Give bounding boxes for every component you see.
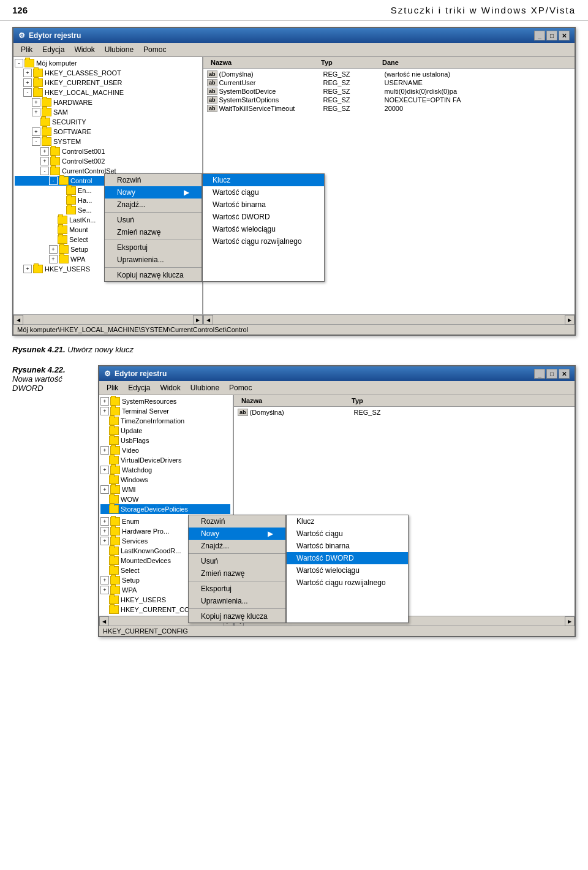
tree-item-wow[interactable]: WOW	[100, 494, 230, 504]
expand-hkusers[interactable]: +	[23, 265, 32, 273]
tree-item-tzinfo[interactable]: TimeZoneInformation	[100, 416, 230, 426]
submenu-vwiel-2[interactable]: Wartość wielociągu	[287, 564, 408, 577]
expand-sysres[interactable]: +	[100, 397, 109, 406]
menu-ulubione-1[interactable]: Ulubione	[100, 44, 138, 55]
expand-ccs[interactable]: -	[40, 167, 49, 175]
maximize-button-1[interactable]: □	[546, 31, 557, 40]
reg-entry-sysstartopts[interactable]: ab SystemStartOptions REG_SZ NOEXECUTE=O…	[205, 96, 573, 104]
tree-item-sysres[interactable]: + SystemResources	[100, 396, 230, 406]
expand-wpa2[interactable]: +	[100, 586, 109, 594]
expand-hardware[interactable]: +	[32, 98, 40, 107]
ctx-usun-1[interactable]: Usuń	[105, 214, 202, 226]
menu-plik-1[interactable]: Plik	[16, 44, 37, 55]
expand-hkcu[interactable]: +	[23, 78, 32, 87]
submenu-1[interactable]: Klucz Wartość ciągu Wartość binarna Wart…	[202, 173, 325, 282]
expand-hkcr[interactable]: +	[23, 69, 32, 77]
ctx-zmien-2[interactable]: Zmień nazwę	[189, 567, 285, 580]
expand-video[interactable]: +	[100, 446, 109, 455]
tree-item-software[interactable]: + SOFTWARE	[15, 127, 191, 137]
window-controls-1[interactable]: _ □ ✕	[534, 31, 570, 40]
ctx-znajdz-1[interactable]: Znajdź...	[105, 199, 202, 211]
menu-pomoc-2[interactable]: Pomoc	[224, 382, 257, 393]
tree-item-system[interactable]: - SYSTEM	[15, 137, 191, 146]
expand-cs001[interactable]: +	[40, 147, 49, 156]
submenu-klucz-2[interactable]: Klucz	[287, 515, 408, 528]
ctx-eksportuj-2[interactable]: Eksportuj	[189, 583, 285, 595]
expand-software[interactable]: +	[32, 127, 40, 136]
menu-edycja-2[interactable]: Edycja	[123, 382, 155, 393]
submenu-2[interactable]: Klucz Wartość ciągu Wartość binarna Wart…	[286, 515, 409, 623]
context-menu-1[interactable]: Rozwiń Nowy ▶ Znajdź... Usuń Zmień nazwę…	[104, 173, 202, 282]
expand-mycomputer[interactable]: -	[15, 59, 23, 67]
ctx-uprawnienia-2[interactable]: Uprawnienia...	[189, 595, 285, 607]
submenu-vciag-2[interactable]: Wartość ciągu	[287, 528, 408, 540]
tree-item-watchdog[interactable]: + Watchdog	[100, 465, 230, 475]
tree-item-wmi[interactable]: + WMI	[100, 485, 230, 494]
menu-edycja-1[interactable]: Edycja	[37, 44, 69, 55]
expand-services2[interactable]: +	[100, 537, 109, 545]
reg-entry-default-2[interactable]: ab (Domyślna) REG_SZ	[235, 408, 573, 417]
ctx-kopiuj-1[interactable]: Kopiuj nazwę klucza	[105, 269, 202, 281]
submenu-vciag-1[interactable]: Wartość ciągu	[203, 186, 324, 199]
tree-item-mycomputer[interactable]: - Mój komputer	[15, 58, 191, 68]
expand-hklm[interactable]: -	[23, 88, 32, 97]
submenu-vrozwij-1[interactable]: Wartość ciągu rozwijalnego	[203, 235, 324, 248]
menu-widok-1[interactable]: Widok	[69, 44, 99, 55]
menu-pomoc-1[interactable]: Pomoc	[138, 44, 171, 55]
hscroll-right-btn-1[interactable]: ▶	[193, 315, 203, 325]
hscroll-lb-2[interactable]: ◀	[99, 616, 109, 626]
expand-watchdog[interactable]: +	[100, 466, 109, 474]
expand-wmi[interactable]: +	[100, 485, 109, 494]
tree-item-hkcu[interactable]: + HKEY_CURRENT_USER	[15, 78, 191, 88]
tree-item-windows[interactable]: Windows	[100, 475, 230, 485]
hscroll-left-btn-r1[interactable]: ◀	[203, 315, 213, 325]
expand-enum2[interactable]: +	[100, 517, 109, 526]
expand-setup[interactable]: +	[49, 245, 58, 254]
submenu-vdword-1[interactable]: Wartość DWORD	[203, 211, 324, 223]
hscroll-left-btn-1[interactable]: ◀	[13, 315, 23, 325]
tree-item-vdd[interactable]: VirtualDeviceDrivers	[100, 455, 230, 465]
reg-entry-currentuser[interactable]: ab CurrentUser REG_SZ USERNAME	[205, 78, 573, 87]
ctx-usun-2[interactable]: Usuń	[189, 555, 285, 567]
tree-item-termserv[interactable]: + Terminal Server	[100, 406, 230, 416]
expand-hwpro[interactable]: +	[100, 527, 109, 535]
minimize-button-1[interactable]: _	[534, 31, 545, 40]
submenu-klucz-1[interactable]: Klucz	[203, 174, 324, 186]
submenu-vbin-1[interactable]: Wartość binarna	[203, 199, 324, 211]
submenu-vwiel-1[interactable]: Wartość wielociągu	[203, 223, 324, 235]
tree-item-usbflags[interactable]: UsbFlags	[100, 436, 230, 445]
tree-item-hklm[interactable]: - HKEY_LOCAL_MACHINE	[15, 88, 191, 97]
tree-item-hkcr[interactable]: + HKEY_CLASSES_ROOT	[15, 68, 191, 78]
window-controls-2[interactable]: _ □ ✕	[534, 369, 570, 379]
submenu-vdword-2[interactable]: Wartość DWORD	[287, 552, 408, 564]
context-menu-2[interactable]: Rozwiń Nowy ▶ Znajdź... Usuń Zmień nazwę…	[188, 515, 286, 623]
tree-item-security[interactable]: SECURITY	[15, 117, 191, 127]
expand-termserv[interactable]: +	[100, 407, 109, 415]
hscroll-right-btn-r1[interactable]: ▶	[565, 315, 575, 325]
ctx-uprawnienia-1[interactable]: Uprawnienia...	[105, 254, 202, 266]
tree-item-update[interactable]: Update	[100, 426, 230, 436]
reg-entry-waitkill[interactable]: ab WaitToKillServiceTimeout REG_SZ 20000	[205, 104, 573, 113]
expand-system[interactable]: -	[32, 137, 40, 146]
ctx-nowy-1[interactable]: Nowy ▶	[105, 186, 202, 199]
close-button-2[interactable]: ✕	[559, 369, 570, 379]
tree-item-storagepol[interactable]: StorageDevicePolicies	[100, 504, 230, 514]
hscroll-rbr-2[interactable]: ▶	[565, 616, 575, 626]
ctx-nowy-2[interactable]: Nowy ▶	[189, 528, 285, 540]
menu-plik-2[interactable]: Plik	[102, 382, 123, 393]
ctx-rozwin-1[interactable]: Rozwiń	[105, 174, 202, 186]
submenu-vbin-2[interactable]: Wartość binarna	[287, 540, 408, 552]
close-button-1[interactable]: ✕	[559, 31, 570, 40]
tree-item-video[interactable]: + Video	[100, 445, 230, 455]
ctx-eksportuj-1[interactable]: Eksportuj	[105, 241, 202, 254]
expand-control[interactable]: -	[49, 176, 58, 185]
submenu-vrozwij-2[interactable]: Wartość ciągu rozwijalnego	[287, 577, 408, 589]
ctx-zmien-1[interactable]: Zmień nazwę	[105, 226, 202, 238]
ctx-rozwin-2[interactable]: Rozwiń	[189, 515, 285, 528]
tree-item-sam[interactable]: + SAM	[15, 107, 191, 117]
reg-entry-default[interactable]: ab (Domyślna) REG_SZ (wartość nie ustalo…	[205, 70, 573, 78]
ctx-znajdz-2[interactable]: Znajdź...	[189, 540, 285, 552]
tree-item-controlset002[interactable]: + ControlSet002	[15, 156, 191, 166]
ctx-kopiuj-2[interactable]: Kopiuj nazwę klucza	[189, 610, 285, 622]
menu-ulubione-2[interactable]: Ulubione	[186, 382, 224, 393]
